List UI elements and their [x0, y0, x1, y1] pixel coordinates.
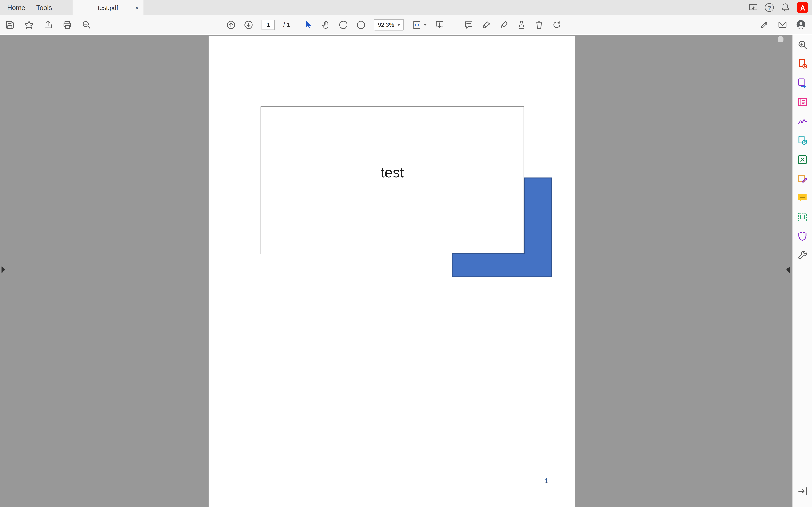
request-signatures-icon[interactable]: [797, 173, 808, 184]
save-icon[interactable]: [5, 20, 14, 29]
redo-icon[interactable]: [552, 20, 561, 29]
zoom-in-icon[interactable]: [357, 20, 366, 29]
zoom-level-dropdown[interactable]: 92.3%: [374, 19, 404, 30]
tab-home[interactable]: Home: [7, 0, 25, 15]
l-shape: [452, 177, 553, 278]
stamp-icon[interactable]: [517, 20, 526, 29]
chevron-down-icon: [397, 23, 400, 25]
fill-sign-icon[interactable]: [797, 116, 808, 127]
convert-pdf-icon[interactable]: [797, 135, 808, 146]
zoom-level-value: 92.3%: [378, 21, 394, 28]
page-number-input[interactable]: [262, 19, 275, 30]
hand-tool-icon[interactable]: [321, 20, 331, 29]
toolbar-center-group: / 1 92.3%: [226, 15, 561, 34]
share-icon[interactable]: [44, 20, 53, 29]
pen-icon[interactable]: [760, 20, 769, 29]
previous-page-icon[interactable]: [226, 20, 236, 29]
acrobat-window: Home Tools test.pdf × ?: [0, 0, 812, 507]
page-number-text: 1: [544, 477, 548, 485]
help-glyph: ?: [768, 4, 771, 11]
screen-share-icon[interactable]: [748, 3, 758, 12]
create-pdf-icon[interactable]: [797, 77, 808, 88]
tab-document[interactable]: test.pdf ×: [72, 0, 144, 15]
select-tool-icon[interactable]: [304, 20, 313, 29]
tools-pane-collapse-icon[interactable]: [785, 266, 790, 273]
tab-tools[interactable]: Tools: [36, 0, 52, 15]
help-icon[interactable]: ?: [765, 3, 774, 12]
page-total-label: / 1: [283, 21, 290, 28]
close-tab-icon[interactable]: ×: [135, 4, 139, 11]
toolbar-left-group: [5, 15, 91, 34]
more-tools-icon[interactable]: [797, 250, 808, 261]
page-fit-icon: [412, 20, 422, 29]
scan-ocr-icon[interactable]: [797, 212, 808, 222]
comment-tool-icon[interactable]: [797, 192, 808, 203]
tools-rail: [792, 35, 812, 507]
delete-icon[interactable]: [535, 20, 544, 29]
star-icon[interactable]: [24, 20, 34, 29]
export-excel-icon[interactable]: [797, 154, 808, 165]
tab-document-label: test.pdf: [98, 4, 118, 11]
page-fit-dropdown[interactable]: [412, 20, 427, 29]
next-page-icon[interactable]: [244, 20, 253, 29]
chevron-down-icon: [424, 23, 427, 25]
email-icon[interactable]: [778, 20, 787, 29]
tabbar-right-icons: ?: [748, 0, 808, 15]
export-pdf-icon[interactable]: [797, 59, 808, 69]
pdf-page: test 1: [209, 36, 575, 507]
nav-pane-expand-icon[interactable]: [1, 266, 6, 273]
adobe-a-glyph: [798, 3, 807, 12]
document-viewer: test 1: [0, 35, 792, 507]
zoom-out-icon[interactable]: [339, 20, 348, 29]
search-icon[interactable]: [797, 39, 808, 50]
adobe-acrobat-icon[interactable]: [797, 2, 808, 13]
dock-panel-icon[interactable]: [797, 486, 808, 497]
main-toolbar: / 1 92.3%: [0, 15, 812, 34]
print-icon[interactable]: [63, 20, 72, 29]
scrollbar-thumb[interactable]: [778, 36, 783, 42]
tab-bar: Home Tools test.pdf × ?: [0, 0, 812, 15]
marquee-zoom-icon[interactable]: [82, 20, 91, 29]
account-avatar[interactable]: [796, 20, 806, 30]
sign-icon[interactable]: [500, 20, 509, 29]
textbox-text: test: [380, 164, 404, 181]
protect-icon[interactable]: [797, 231, 808, 241]
scrolling-mode-icon[interactable]: [435, 20, 445, 29]
notifications-icon[interactable]: [780, 3, 791, 12]
toolbar-right-group: [760, 15, 806, 34]
highlight-icon[interactable]: [482, 20, 491, 29]
organize-pages-icon[interactable]: [797, 97, 808, 108]
comment-icon[interactable]: [464, 20, 473, 29]
